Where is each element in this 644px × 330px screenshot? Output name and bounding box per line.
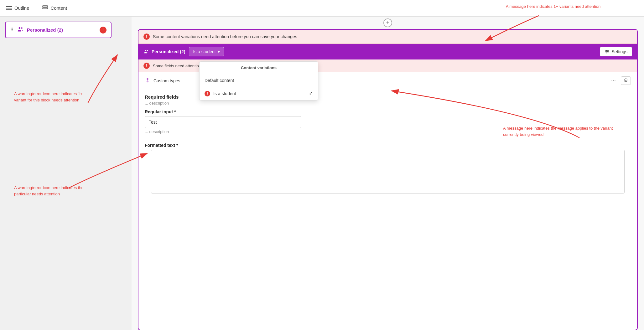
svg-point-11 [606,53,607,54]
add-button-row: + [132,17,644,29]
content-nav[interactable]: Content [42,4,67,12]
svg-point-10 [608,51,609,52]
header-personalized-label: Personalized (2) [152,49,185,54]
svg-point-2 [19,27,21,29]
chevron-down-icon: ▾ [218,49,220,54]
error-badge: ! [100,27,106,34]
variant-dropdown[interactable]: Is a student ▾ [189,47,224,56]
ellipsis-button[interactable]: ··· [609,76,618,85]
secondary-alert-icon: ! [143,63,150,69]
outline-nav[interactable]: Outline [6,5,29,11]
hamburger-icon [6,6,12,10]
svg-rect-1 [43,8,48,9]
personalized-block[interactable]: ⠿ Personalized (2) ! [5,22,112,38]
checkmark-icon: ✓ [309,90,313,96]
dropdown-header: Content variations [200,62,318,74]
top-alert-icon: ! [143,34,150,40]
drag-icon: ⠿ [10,27,14,33]
formatted-text-section: Formatted text * [138,143,637,197]
content-panel: + ! Some content variations need attenti… [132,17,644,330]
formatted-text-area[interactable] [151,150,625,193]
is-a-student-label: Is a student [213,91,236,96]
regular-input-value: Test [149,120,157,125]
dropdown-error-icon: ! [205,91,210,96]
regular-input-desc: ... description [145,129,631,134]
trash-button[interactable] [621,76,631,85]
add-block-button[interactable]: + [383,18,392,27]
required-desc: ... description [145,101,631,106]
dropdown-default-content[interactable]: Default content [200,74,318,87]
content-label: Content [51,5,67,11]
sidebar: ⠿ Personalized (2) ! [0,17,132,330]
formatted-text-label: Formatted text * [145,143,631,148]
settings-label: Settings [611,49,627,54]
custom-types-label: Custom types [153,78,180,83]
dropdown-is-a-student[interactable]: ! Is a student ✓ [200,87,318,100]
svg-rect-0 [43,6,48,7]
diamond-icon [145,77,150,84]
top-alert-text: Some content variations need attention b… [153,34,297,39]
outline-label: Outline [14,5,29,11]
regular-input[interactable]: Test [145,116,301,128]
default-content-label: Default content [205,78,234,83]
svg-point-3 [21,27,23,29]
row-actions: ··· [609,76,631,85]
persons-icon [17,26,24,34]
purple-header: Personalized (2) Is a student ▾ [138,44,637,59]
variant-label: Is a student [193,49,216,54]
svg-point-9 [606,50,607,51]
top-alert-bar: ! Some content variations need attention… [138,30,637,44]
main-layout: ⠿ Personalized (2) ! + ! Some content va… [0,17,644,330]
header-personalized: Personalized (2) [143,49,185,54]
top-bar: Outline Content [0,0,644,16]
regular-input-label: Regular input * [145,109,631,114]
content-icon [42,4,48,12]
content-variations-dropdown: Content variations Default content ! Is … [199,61,318,101]
block-label: Personalized (2) [27,27,96,33]
svg-point-4 [145,50,147,51]
settings-button[interactable]: Settings [600,47,632,56]
svg-point-5 [147,50,148,51]
